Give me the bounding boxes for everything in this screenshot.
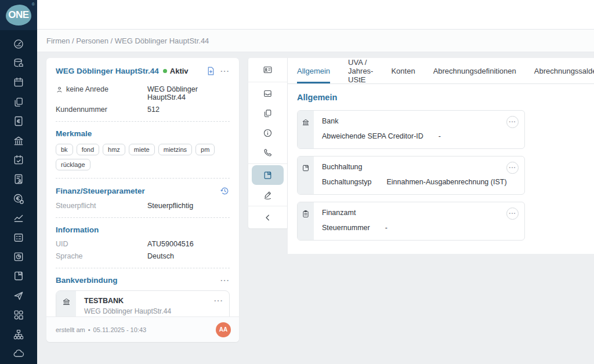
card-more-button[interactable]: ··· [506, 208, 519, 220]
buchhaltung-info-card[interactable]: Buchhaltung Buchaltungstyp Einnahmen-Aus… [297, 156, 525, 195]
sprache-label: Sprache [56, 252, 147, 260]
sidebar-item-berichte[interactable] [0, 247, 37, 266]
sidebar-item-struktur[interactable] [0, 325, 37, 344]
logo-text: ONE [8, 9, 28, 21]
info-icon [263, 128, 273, 138]
status-dot [163, 69, 167, 73]
card-more-button[interactable]: ··· [506, 162, 519, 174]
card-field-value: - [439, 132, 441, 140]
sidebar-item-versand[interactable] [0, 286, 37, 305]
created-bullet: • [88, 326, 90, 333]
history-icon [220, 186, 230, 196]
rail-item-telefon[interactable] [252, 143, 284, 162]
card-strip [298, 111, 314, 148]
pie-report-icon [13, 251, 24, 263]
sidebar-item-kalender[interactable] [0, 73, 37, 92]
chevron-left-icon [263, 213, 273, 223]
avatar[interactable]: AA [216, 322, 231, 337]
account-holder: WEG Döblinger HauptStr.44 [84, 307, 222, 315]
app-logo[interactable]: ONE ® [0, 0, 37, 30]
tab-abrechnungssalden[interactable]: Abrechnungssalden [534, 58, 594, 83]
primary-sidebar: ONE ® [0, 0, 37, 364]
tag-chip: pm [195, 144, 215, 155]
tab-uva-jahres-uste[interactable]: UVA / Jahres-UStE [348, 58, 373, 83]
registered-mark: ® [32, 2, 35, 6]
ledger-icon [13, 270, 24, 282]
form-icon [13, 232, 24, 243]
card-field-label: Buchaltungstyp [322, 178, 371, 186]
rail-item-dokumente[interactable] [252, 103, 284, 123]
tag-chip: bk [56, 144, 73, 155]
sidebar-item-termine[interactable] [0, 150, 37, 169]
tag-chip: mietzins [158, 144, 192, 155]
ledger-icon [302, 164, 310, 172]
tag-chip: hmz [103, 144, 125, 155]
card-field-label: Steuernummer [322, 224, 370, 232]
rail-item-signatur[interactable] [252, 185, 284, 205]
panel-heading: Allgemein [297, 93, 594, 102]
bank-name: TESTBANK [84, 297, 222, 305]
bank-icon [13, 135, 24, 147]
sidebar-item-rechnungen[interactable] [0, 112, 37, 131]
file-plus-icon [206, 66, 216, 76]
card-title: Bank [322, 117, 517, 125]
sprache-value: Deutsch [147, 252, 174, 260]
uid-label: UID [56, 240, 147, 248]
person-icon [56, 86, 63, 93]
card-title: Finanzamt [322, 209, 517, 217]
person-more-button[interactable]: ··· [220, 67, 230, 75]
bank-info-card[interactable]: Bank Abweichende SEPA Creditor-ID - ··· [297, 110, 525, 149]
tab-allgemein[interactable]: Allgemein [297, 58, 330, 83]
steuerpflicht-label: Steuerpflicht [56, 202, 147, 210]
sidebar-item-dokumente[interactable] [0, 92, 37, 111]
rail-item-info[interactable] [252, 123, 284, 143]
detail-icon-rail [248, 58, 288, 228]
detail-tabbar: Allgemein UVA / Jahres-UStE Konten Abrec… [288, 58, 594, 84]
calendar-icon [13, 77, 24, 88]
rail-collapse-button[interactable] [252, 208, 284, 227]
sitemap-icon [13, 329, 24, 340]
divider [56, 268, 230, 268]
cloud-icon [13, 348, 24, 359]
copy-icon [263, 108, 273, 118]
inbox-icon [263, 89, 273, 99]
phone-icon [263, 148, 273, 158]
rail-item-inbox[interactable] [252, 83, 284, 103]
card-more-button[interactable]: ··· [506, 116, 519, 128]
id-card-icon [263, 65, 273, 75]
invoice-euro-icon [13, 115, 24, 127]
tab-abrechnungsdefinitionen[interactable]: Abrechnungsdefinitionen [433, 58, 516, 83]
calendar-check-icon [13, 154, 24, 166]
finanzamt-info-card[interactable]: Finanzamt Steuernummer - ··· [297, 202, 525, 241]
bank-card-more-button[interactable]: ··· [214, 297, 223, 304]
sidebar-item-dashboard[interactable] [0, 34, 37, 53]
finanz-history-button[interactable] [220, 186, 230, 196]
tag-chip: rücklage [56, 159, 90, 170]
add-document-button[interactable] [206, 66, 216, 76]
sidebar-item-apps[interactable] [0, 305, 37, 324]
person-card-footer: erstellt am • 05.11.2025 - 10:43 AA [46, 316, 239, 342]
breadcrumb[interactable]: Firmen / Personen / WEG Döblinger HauptS… [46, 37, 209, 45]
merkmale-title: Merkmale [56, 129, 92, 138]
sidebar-item-vertraege[interactable] [0, 170, 37, 189]
finanz-title: Finanz/Steuerparameter [56, 187, 145, 195]
tab-konten[interactable]: Konten [391, 58, 415, 83]
rail-item-contact[interactable] [252, 59, 284, 81]
rail-item-buchhaltung[interactable] [252, 165, 284, 185]
sidebar-item-auswertung[interactable] [0, 209, 37, 228]
tag-chip: miete [129, 144, 155, 155]
sidebar-item-buchhaltung[interactable] [0, 267, 37, 286]
gauge-icon [13, 38, 24, 50]
sidebar-item-bank[interactable] [0, 131, 37, 150]
sidebar-item-finanzen[interactable] [0, 189, 37, 208]
sidebar-item-stammdaten[interactable] [0, 53, 37, 72]
divider [56, 178, 230, 179]
sidebar-item-formulare[interactable] [0, 228, 37, 247]
sidebar-item-cloud[interactable] [0, 344, 37, 363]
bank-icon [302, 118, 310, 126]
anrede-value: WEG Döblinger HauptStr.44 [147, 85, 230, 101]
ledger-icon [263, 170, 273, 180]
top-header [37, 0, 594, 30]
bankverbindung-more-button[interactable]: ··· [220, 276, 230, 284]
person-title[interactable]: WEG Döblinger HauptStr.44 [56, 67, 159, 75]
